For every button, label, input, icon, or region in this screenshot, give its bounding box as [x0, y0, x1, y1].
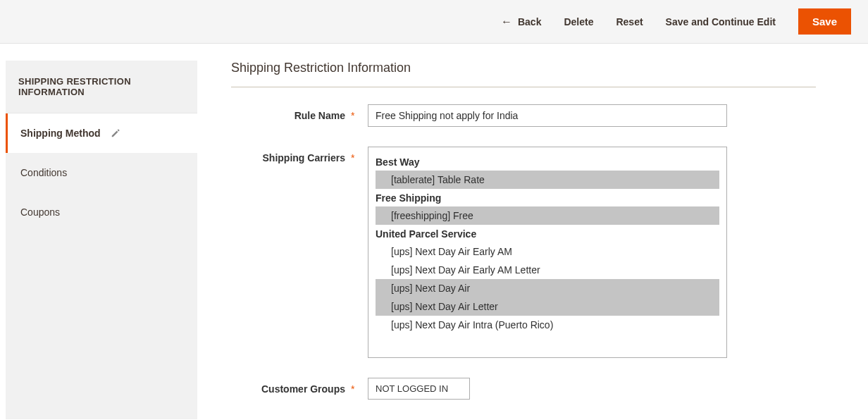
customer-groups-select[interactable]: NOT LOGGED IN: [368, 378, 470, 400]
main-layout: SHIPPING RESTRICTION INFORMATION Shippin…: [0, 44, 868, 419]
sidebar-title: SHIPPING RESTRICTION INFORMATION: [6, 61, 197, 113]
sidebar-item-label: Coupons: [20, 206, 60, 218]
rule-name-row: Rule Name *: [231, 104, 816, 127]
pencil-icon: [111, 128, 120, 138]
shipping-carriers-row: Shipping Carriers * Best Way[tablerate] …: [231, 147, 816, 358]
shipping-carriers-multiselect[interactable]: Best Way[tablerate] Table RateFree Shipp…: [368, 147, 727, 358]
carrier-option[interactable]: [tablerate] Table Rate: [376, 171, 719, 189]
main-content: Shipping Restriction Information Rule Na…: [231, 61, 844, 419]
section-title: Shipping Restriction Information: [231, 61, 816, 87]
rule-name-label: Rule Name: [231, 104, 351, 121]
carrier-option[interactable]: [ups] Next Day Air Early AM Letter: [376, 261, 719, 279]
back-button[interactable]: ← Back: [501, 16, 541, 27]
rule-name-input[interactable]: [368, 104, 727, 127]
page-header: ← Back Delete Reset Save and Continue Ed…: [0, 0, 868, 44]
carrier-group-label: Best Way: [376, 153, 719, 171]
reset-button[interactable]: Reset: [616, 16, 643, 27]
shipping-carriers-label: Shipping Carriers: [231, 147, 351, 163]
carrier-option[interactable]: [ups] Next Day Air Letter: [376, 297, 719, 316]
required-mark: *: [351, 147, 359, 163]
rule-name-control: [359, 104, 816, 127]
arrow-left-icon: ←: [501, 16, 512, 27]
carrier-option[interactable]: [ups] Next Day Air Intra (Puerto Rico): [376, 316, 719, 334]
save-continue-button[interactable]: Save and Continue Edit: [666, 16, 776, 27]
sidebar-item-coupons[interactable]: Coupons: [6, 192, 197, 232]
shipping-carriers-control: Best Way[tablerate] Table RateFree Shipp…: [359, 147, 816, 358]
delete-button[interactable]: Delete: [564, 16, 593, 27]
sidebar-item-conditions[interactable]: Conditions: [6, 153, 197, 192]
carrier-group-label: United Parcel Service: [376, 225, 719, 242]
customer-groups-control: NOT LOGGED IN: [359, 378, 816, 400]
carrier-option[interactable]: [freeshipping] Free: [376, 206, 719, 225]
carrier-option[interactable]: [ups] Next Day Air Early AM: [376, 242, 719, 261]
sidebar-item-label: Conditions: [20, 167, 67, 178]
sidebar-item-label: Shipping Method: [20, 128, 101, 139]
customer-groups-row: Customer Groups * NOT LOGGED IN: [231, 378, 816, 400]
customer-groups-label: Customer Groups: [231, 378, 351, 395]
carrier-group-label: Free Shipping: [376, 189, 719, 206]
sidebar-item-shipping-method[interactable]: Shipping Method: [6, 113, 197, 153]
required-mark: *: [351, 104, 359, 121]
sidebar: SHIPPING RESTRICTION INFORMATION Shippin…: [6, 61, 197, 419]
required-mark: *: [351, 378, 359, 395]
carrier-option[interactable]: [ups] Next Day Air: [376, 279, 719, 297]
save-button[interactable]: Save: [798, 8, 851, 35]
back-label: Back: [518, 16, 541, 27]
